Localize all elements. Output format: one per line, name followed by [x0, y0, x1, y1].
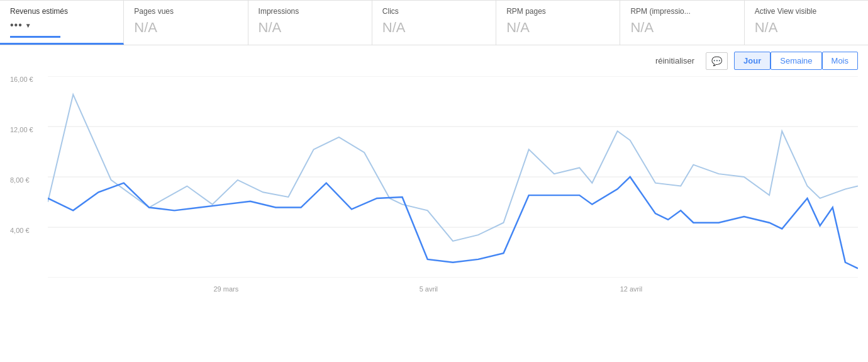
period-button-jour[interactable]: Jour [734, 52, 771, 70]
metric-value: N/A [755, 20, 858, 36]
x-axis: 29 mars5 avril12 avril [48, 280, 858, 303]
metric-label: RPM pages [506, 7, 609, 16]
y-label: 12,00 € [10, 127, 33, 133]
metric-item-clics[interactable]: Clics N/A [372, 1, 496, 45]
reinitialiser-button[interactable]: réinitialiser [650, 54, 699, 68]
x-label: 29 mars [213, 285, 238, 293]
metric-item-impressions[interactable]: Impressions N/A [248, 1, 372, 45]
chart-svg [48, 76, 858, 278]
metric-label: Revenus estimés [10, 7, 113, 16]
chart-area: 16,00 €12,00 €8,00 €4,00 € 29 mars5 avri… [0, 76, 868, 322]
metric-label: RPM (impressio... [630, 7, 733, 16]
metric-value: N/A [506, 20, 609, 36]
period-buttons: JourSemaineMois [734, 52, 858, 70]
y-label: 16,00 € [10, 76, 33, 83]
metric-value: N/A [259, 20, 362, 36]
metric-label: Clics [382, 7, 486, 16]
comment-icon: 💬 [711, 56, 722, 66]
metric-item-revenus[interactable]: Revenus estimés ••• ▼ [0, 1, 124, 45]
y-label: 8,00 € [10, 177, 30, 184]
metric-label: Impressions [259, 7, 362, 16]
x-label: 5 avril [420, 285, 438, 293]
metric-value: N/A [134, 20, 237, 36]
metric-value: N/A [630, 20, 733, 36]
metric-item-pages-vues[interactable]: Pages vues N/A [124, 1, 248, 45]
metric-arrow[interactable]: ▼ [25, 22, 31, 29]
metric-label: Active View visible [755, 7, 858, 16]
x-label: 12 avril [620, 285, 642, 293]
metric-item-rpm-pages[interactable]: RPM pages N/A [496, 1, 620, 45]
period-button-mois[interactable]: Mois [822, 52, 858, 70]
metrics-bar: Revenus estimés ••• ▼ Pages vues N/A Imp… [0, 0, 868, 45]
metric-label: Pages vues [134, 7, 237, 16]
controls-bar: réinitialiser 💬 JourSemaineMois [0, 45, 868, 76]
metric-item-active-view[interactable]: Active View visible N/A [745, 1, 868, 45]
comment-button[interactable]: 💬 [706, 52, 728, 70]
metric-item-rpm-impressions[interactable]: RPM (impressio... N/A [620, 1, 744, 45]
y-axis: 16,00 €12,00 €8,00 €4,00 € [10, 76, 48, 278]
metric-dots[interactable]: ••• [10, 20, 23, 31]
period-button-semaine[interactable]: Semaine [771, 52, 821, 70]
y-label: 4,00 € [10, 227, 30, 234]
metric-value: N/A [382, 20, 486, 36]
